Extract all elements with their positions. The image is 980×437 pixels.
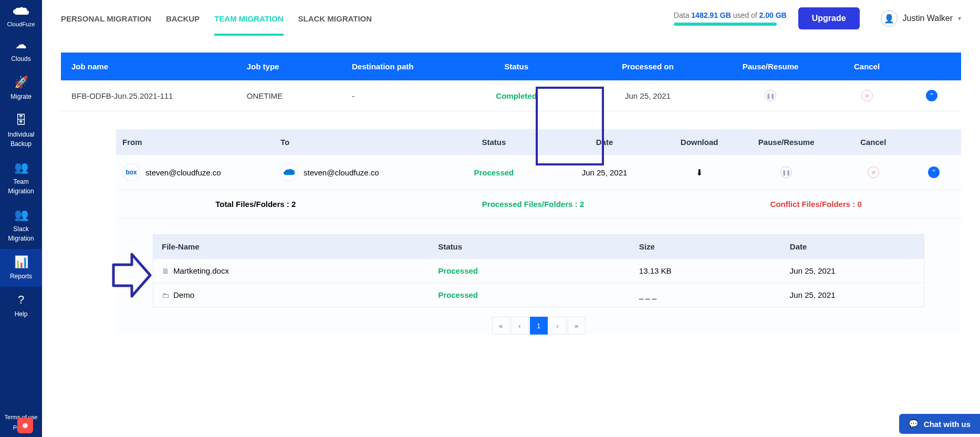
pager-first[interactable]: « [492, 317, 510, 335]
cancel-button[interactable]: ✕ [861, 90, 873, 101]
detail-header: From To Status Date Download Pause/Resum… [116, 129, 961, 155]
cloudfuze-icon [7, 6, 35, 20]
cloud-icon: ☁ [2, 38, 40, 51]
col-job-name: Job name [69, 62, 245, 71]
job-dest: - [350, 91, 455, 100]
from-cell: box steven@cloudfuze.co [122, 163, 280, 181]
col-processed-on: Processed on [578, 62, 718, 71]
onedrive-icon [280, 163, 298, 181]
help-icon: ? [2, 293, 40, 307]
user-menu[interactable]: 👤 Justin Walker ▾ [881, 10, 961, 27]
col-pause-resume: Pause/Resume [718, 62, 823, 71]
detail-row: box steven@cloudfuze.co steven@cloudfuze… [116, 155, 961, 190]
col-file-size: Size [639, 242, 790, 251]
chat-with-us-button[interactable]: 💬 Chat with us [899, 414, 980, 434]
nav-reports[interactable]: 📊 Reports [0, 249, 42, 287]
job-table-header: Job name Job type Destination path Statu… [61, 53, 961, 80]
job-table: Job name Job type Destination path Statu… [61, 53, 961, 111]
col-job-type: Job type [245, 62, 350, 71]
col-status: Status [455, 62, 578, 71]
col-cancel: Cancel [823, 62, 911, 71]
data-usage: Data 1482.91 GB used of 2.00 GB [674, 11, 787, 26]
detail-pause-button[interactable]: ❚❚ [780, 167, 792, 178]
tab-backup[interactable]: BACKUP [166, 2, 200, 36]
job-row: BFB-ODFB-Jun.25.2021-111 ONETIME - Compl… [61, 80, 961, 111]
col-download: Download [660, 138, 739, 147]
col-file-date: Date [790, 242, 915, 251]
file-header: File-Name Status Size Date [153, 235, 924, 258]
detail-date: Jun 25, 2021 [549, 168, 660, 177]
detail-collapse-button[interactable]: ⌃ [928, 167, 940, 178]
pager-last[interactable]: » [568, 317, 586, 335]
col-to: To [280, 138, 439, 147]
sidebar: CloudFuze ☁ Clouds 🚀 Migrate 🗄 Individua… [0, 0, 42, 437]
nav-team-migration[interactable]: 👥 Team Migration [0, 154, 42, 202]
col-file-status: Status [438, 242, 639, 251]
chat-label: Chat with us [924, 420, 971, 429]
collapse-button[interactable]: ⌃ [926, 90, 937, 101]
to-cell: steven@cloudfuze.co [280, 163, 439, 181]
tab-team-migration[interactable]: TEAM MIGRATION [214, 2, 283, 36]
file-row: 🗎 Martketing.docx Processed 13.13 KB Jun… [153, 258, 924, 283]
pager-next[interactable]: › [549, 317, 567, 335]
content-area: Job name Job type Destination path Statu… [42, 37, 980, 437]
file-size: _ _ _ [639, 290, 790, 299]
top-tabs: PERSONAL MIGRATION BACKUP TEAM MIGRATION… [61, 2, 372, 36]
chat-icon: 💬 [909, 419, 919, 429]
summary-processed: Processed Files/Folders : 2 [482, 200, 584, 209]
data-usage-bar [674, 23, 777, 26]
summary-conflict: Conflict Files/Folders : 0 [770, 200, 862, 209]
job-status: Completed [455, 91, 578, 100]
file-date: Jun 25, 2021 [790, 290, 915, 299]
tab-slack-migration[interactable]: SLACK MIGRATION [298, 2, 372, 36]
file-row: 🗀 Demo Processed _ _ _ Jun 25, 2021 [153, 283, 924, 307]
chat-bot-icon[interactable]: ☻ [17, 418, 33, 433]
brand-label: CloudFuze [7, 21, 35, 27]
job-type: ONETIME [245, 91, 350, 100]
from-email: steven@cloudfuze.co [145, 168, 221, 177]
file-name-text: Martketing.docx [173, 266, 229, 275]
to-email: steven@cloudfuze.co [304, 168, 379, 177]
file-table: File-Name Status Size Date 🗎 Martketing.… [153, 234, 924, 307]
pause-resume-button[interactable]: ❚❚ [765, 90, 776, 101]
file-size: 13.13 KB [639, 266, 790, 275]
col-destination: Destination path [350, 62, 455, 71]
avatar-icon: 👤 [881, 10, 898, 27]
col-pause-resume2: Pause/Resume [739, 138, 834, 147]
data-total: 2.00 GB [759, 11, 787, 19]
brand-logo: CloudFuze [7, 0, 35, 32]
pager-prev[interactable]: ‹ [511, 317, 529, 335]
reports-icon: 📊 [2, 255, 40, 269]
nav-migrate[interactable]: 🚀 Migrate [0, 69, 42, 107]
pager-page-1[interactable]: 1 [530, 317, 548, 335]
detail-cancel-button[interactable]: ✕ [868, 167, 879, 178]
detail-summary: Total Files/Folders : 2 Processed Files/… [116, 190, 961, 218]
nav-slack-migration[interactable]: 👥 Slack Migration [0, 202, 42, 249]
nav-individual-backup[interactable]: 🗄 Individual Backup [0, 107, 42, 154]
col-file-name: File-Name [162, 242, 438, 251]
folder-icon: 🗀 [162, 291, 169, 299]
col-from: From [122, 138, 280, 147]
file-date: Jun 25, 2021 [790, 266, 915, 275]
user-name: Justin Walker [903, 14, 953, 23]
file-name-text: Demo [173, 290, 194, 299]
upgrade-button[interactable]: Upgrade [798, 7, 860, 29]
rocket-icon: 🚀 [2, 76, 40, 89]
job-name: BFB-ODFB-Jun.25.2021-111 [69, 91, 245, 100]
nav-help[interactable]: ? Help [0, 287, 42, 325]
team-icon: 👥 [2, 161, 40, 174]
tab-personal-migration[interactable]: PERSONAL MIGRATION [61, 2, 151, 36]
file-status: Processed [438, 266, 639, 275]
download-button[interactable]: ⬇ [660, 168, 739, 178]
file-icon: 🗎 [162, 267, 169, 275]
job-processed-on: Jun 25, 2021 [578, 91, 718, 100]
database-icon: 🗄 [2, 113, 40, 127]
detail-panel: From To Status Date Download Pause/Resum… [116, 129, 961, 335]
col-date: Date [549, 138, 660, 147]
nav-clouds[interactable]: ☁ Clouds [0, 32, 42, 69]
slack-icon: 👥 [2, 208, 40, 222]
summary-total: Total Files/Folders : 2 [215, 200, 296, 209]
file-status: Processed [438, 290, 639, 299]
pager: « ‹ 1 › » [153, 317, 924, 335]
col-status2: Status [439, 138, 549, 147]
